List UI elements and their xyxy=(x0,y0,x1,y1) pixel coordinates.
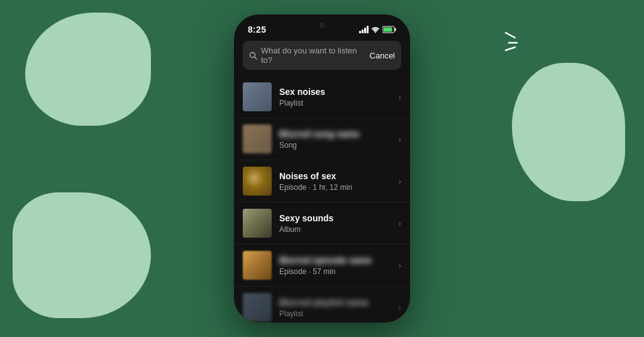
search-icon xyxy=(249,52,257,60)
search-bar[interactable]: What do you want to listen to? Cancel xyxy=(243,41,401,70)
wifi-icon xyxy=(371,26,380,33)
result-info-3: Noises of sex Episode · 1 hr, 12 min xyxy=(279,170,391,192)
result-item-3[interactable]: Noises of sex Episode · 1 hr, 12 min › xyxy=(234,160,410,202)
camera-dot xyxy=(319,23,325,28)
result-title-5: Blurred episode name xyxy=(279,255,391,266)
result-item-2[interactable]: Blurred song name Song › xyxy=(234,118,410,160)
result-title-1: Sex noises xyxy=(279,86,391,97)
result-info-5: Blurred episode name Episode · 57 min xyxy=(279,255,391,276)
result-info-1: Sex noises Playlist xyxy=(279,86,391,108)
result-thumb-5 xyxy=(243,251,272,280)
signal-icon xyxy=(359,26,369,33)
result-title-6: Blurred playlist name xyxy=(279,297,391,308)
result-subtitle-6: Playlist xyxy=(279,309,391,318)
result-item-6[interactable]: Blurred playlist name Playlist › xyxy=(234,287,410,323)
bg-blob-bottom-left xyxy=(13,192,151,318)
result-subtitle-1: Playlist xyxy=(279,99,391,108)
result-subtitle-5: Episode · 57 min xyxy=(279,267,391,276)
battery-icon xyxy=(382,26,396,33)
top-area: 8:25 xyxy=(234,14,410,37)
result-subtitle-4: Album xyxy=(279,225,391,234)
status-time: 8:25 xyxy=(248,25,266,35)
result-subtitle-3: Episode · 1 hr, 12 min xyxy=(279,183,391,192)
svg-line-2 xyxy=(506,47,515,50)
phone-screen: 8:25 xyxy=(234,14,410,323)
result-title-2: Blurred song name xyxy=(279,128,391,140)
result-thumb-4 xyxy=(243,209,272,238)
deco-lines xyxy=(487,31,518,59)
result-thumb-6 xyxy=(243,293,272,322)
search-placeholder: What do you want to listen to? xyxy=(261,46,361,65)
cancel-button[interactable]: Cancel xyxy=(365,51,395,60)
svg-rect-4 xyxy=(395,28,396,31)
svg-line-0 xyxy=(506,33,515,38)
result-subtitle-2: Song xyxy=(279,141,391,150)
result-thumb-1 xyxy=(243,82,272,111)
result-chevron-4: › xyxy=(398,218,401,228)
result-thumb-2 xyxy=(243,124,272,153)
result-title-3: Noises of sex xyxy=(279,170,391,182)
result-chevron-2: › xyxy=(398,134,401,144)
result-chevron-3: › xyxy=(398,176,401,186)
result-chevron-5: › xyxy=(398,260,401,270)
result-info-2: Blurred song name Song xyxy=(279,128,391,150)
bg-blob-right xyxy=(512,63,625,201)
result-chevron-6: › xyxy=(398,302,401,312)
svg-rect-5 xyxy=(384,28,392,32)
svg-line-7 xyxy=(255,57,257,59)
result-info-6: Blurred playlist name Playlist xyxy=(279,297,391,318)
result-info-4: Sexy sounds Album xyxy=(279,213,391,234)
results-list: Sex noises Playlist › Blurred song name … xyxy=(234,76,410,323)
result-item-1[interactable]: Sex noises Playlist › xyxy=(234,76,410,118)
result-chevron-1: › xyxy=(398,92,401,102)
result-item-4[interactable]: Sexy sounds Album › xyxy=(234,202,410,245)
result-item-5[interactable]: Blurred episode name Episode · 57 min › xyxy=(234,245,410,287)
result-thumb-3 xyxy=(243,167,272,196)
status-icons xyxy=(359,26,396,33)
result-title-4: Sexy sounds xyxy=(279,213,391,224)
phone: 8:25 xyxy=(234,14,410,323)
bg-blob-top-left xyxy=(25,13,151,126)
